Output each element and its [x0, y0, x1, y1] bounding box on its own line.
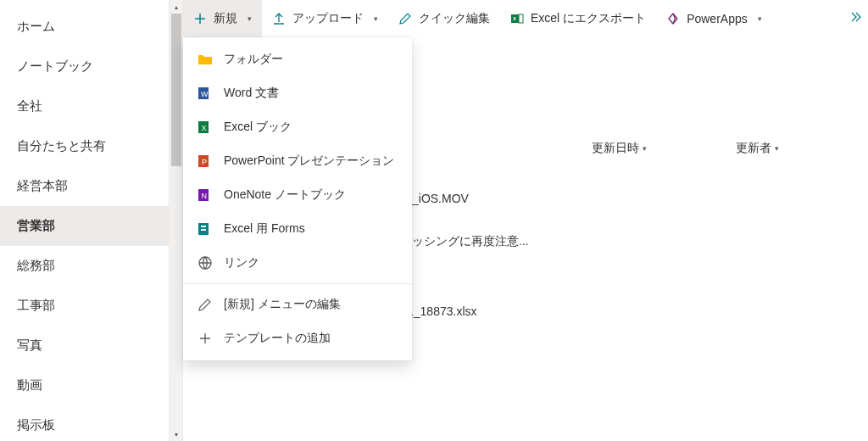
partial-row-1[interactable]: _iOS.MOV — [412, 192, 469, 205]
menu-edit-new-label: [新規] メニューの編集 — [224, 297, 341, 312]
sidebar-item-allcompany[interactable]: 全社 — [0, 87, 182, 126]
sidebar-item-management[interactable]: 経営本部 — [0, 166, 182, 206]
sidebar-item-construction[interactable]: 工事部 — [0, 286, 182, 326]
new-dropdown: フォルダー W Word 文書 X Excel ブック P PowerPoint… — [183, 37, 412, 360]
word-icon: W — [197, 85, 214, 102]
menu-powerpoint-label: PowerPoint プレゼンテーション — [224, 154, 394, 169]
pencil-icon — [197, 296, 214, 313]
col-modified[interactable]: 更新日時 ▾ — [592, 141, 736, 156]
svg-rect-12 — [201, 229, 206, 231]
sidebar-item-general[interactable]: 総務部 — [0, 246, 182, 286]
svg-rect-11 — [201, 226, 206, 227]
menu-excel-label: Excel ブック — [224, 120, 292, 135]
menu-forms-label: Excel 用 Forms — [224, 221, 305, 237]
svg-text:N: N — [202, 192, 208, 200]
col-author[interactable]: 更新者 ▾ — [736, 141, 837, 156]
sidebar-item-home[interactable]: ホーム — [0, 7, 182, 47]
command-bar: 新規 ▾ アップロード ▾ クイック編集 Excel にエクスポート Power… — [183, 0, 868, 37]
globe-icon — [197, 254, 214, 271]
scroll-up-icon[interactable]: ▴ — [170, 0, 183, 14]
svg-text:P: P — [202, 158, 207, 166]
export-excel-button[interactable]: Excel にエクスポート — [500, 0, 656, 37]
sidebar-item-sales[interactable]: 営業部 — [0, 206, 182, 246]
upload-icon — [272, 12, 286, 25]
chevron-down-icon: ▾ — [643, 144, 647, 153]
col-author-label: 更新者 — [736, 141, 771, 156]
menu-onenote[interactable]: N OneNote ノートブック — [183, 178, 412, 212]
sidebar-scrollbar[interactable]: ▴ ▾ — [169, 0, 182, 441]
partial-row-2[interactable]: ッシングに再度注意... — [412, 234, 529, 249]
powerpoint-icon: P — [197, 153, 214, 170]
menu-folder-label: フォルダー — [224, 52, 283, 67]
upload-button-label: アップロード — [292, 11, 364, 26]
powerapps-label: PowerApps — [687, 12, 748, 25]
excel-icon: X — [197, 119, 214, 136]
chevron-down-icon: ▾ — [374, 14, 378, 23]
scroll-down-icon[interactable]: ▾ — [170, 427, 183, 441]
menu-onenote-label: OneNote ノートブック — [224, 187, 346, 203]
svg-text:X: X — [202, 124, 207, 132]
menu-separator — [183, 283, 412, 284]
menu-forms[interactable]: Excel 用 Forms — [183, 212, 412, 246]
plus-icon — [193, 12, 207, 25]
menu-link[interactable]: リンク — [183, 246, 412, 280]
menu-folder[interactable]: フォルダー — [183, 42, 412, 76]
svg-rect-1 — [519, 14, 523, 23]
sidebar: ▴ ▾ ホーム ノートブック 全社 自分たちと共有 経営本部 営業部 総務部 工… — [0, 0, 183, 441]
export-excel-label: Excel にエクスポート — [531, 11, 646, 26]
sidebar-item-photos[interactable]: 写真 — [0, 326, 182, 366]
sidebar-item-sharedwithus[interactable]: 自分たちと共有 — [0, 126, 182, 166]
menu-word-label: Word 文書 — [224, 86, 279, 101]
svg-text:W: W — [201, 90, 209, 98]
new-button-label: 新規 — [214, 11, 237, 26]
main: 新規 ▾ アップロード ▾ クイック編集 Excel にエクスポート Power… — [183, 0, 868, 441]
new-button[interactable]: 新規 ▾ — [183, 0, 262, 37]
automate-icon[interactable] — [849, 10, 863, 24]
forms-icon — [197, 220, 214, 237]
sidebar-item-board[interactable]: 掲示板 — [0, 405, 182, 441]
menu-add-template-label: テンプレートの追加 — [224, 331, 331, 346]
quick-edit-label: クイック編集 — [419, 11, 490, 26]
pencil-icon — [398, 12, 412, 25]
powerapps-button[interactable]: PowerApps ▾ — [656, 0, 772, 37]
menu-add-template[interactable]: テンプレートの追加 — [183, 321, 412, 355]
sidebar-item-videos[interactable]: 動画 — [0, 366, 182, 405]
menu-link-label: リンク — [224, 255, 259, 271]
chevron-down-icon: ▾ — [758, 14, 762, 23]
excel-icon — [510, 12, 524, 25]
menu-word[interactable]: W Word 文書 — [183, 76, 412, 110]
powerapps-icon — [666, 12, 680, 25]
scroll-thumb[interactable] — [171, 14, 181, 166]
upload-button[interactable]: アップロード ▾ — [262, 0, 388, 37]
onenote-icon: N — [197, 187, 214, 204]
chevron-down-icon: ▾ — [775, 144, 779, 153]
folder-icon — [197, 51, 214, 68]
menu-excel[interactable]: X Excel ブック — [183, 110, 412, 144]
col-modified-label: 更新日時 — [592, 141, 639, 156]
quick-edit-button[interactable]: クイック編集 — [388, 0, 500, 37]
plus-icon — [197, 330, 214, 347]
chevron-down-icon: ▾ — [248, 14, 252, 23]
menu-edit-new[interactable]: [新規] メニューの編集 — [183, 287, 412, 321]
sidebar-item-notebook[interactable]: ノートブック — [0, 47, 182, 87]
menu-powerpoint[interactable]: P PowerPoint プレゼンテーション — [183, 144, 412, 178]
